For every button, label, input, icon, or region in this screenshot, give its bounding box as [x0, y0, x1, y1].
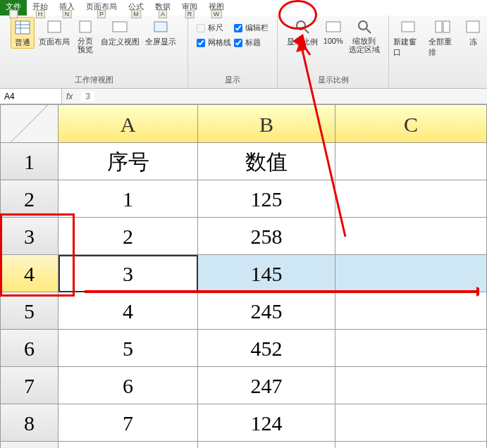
col-header-C[interactable]: C — [335, 104, 487, 143]
col-header-A[interactable]: A — [58, 104, 198, 143]
cell[interactable]: 3 — [58, 255, 198, 292]
svg-rect-7 — [154, 22, 167, 32]
tab-pagelayout[interactable]: 页面布局P — [80, 0, 123, 15]
svg-line-9 — [304, 29, 309, 33]
cell[interactable] — [335, 330, 487, 367]
table-row: 87124 — [0, 404, 487, 442]
pagebreak-icon — [75, 18, 95, 35]
cell[interactable]: 452 — [198, 442, 335, 448]
cell[interactable] — [335, 367, 487, 404]
btn-zoom-100[interactable]: 100% — [322, 17, 345, 45]
cell[interactable] — [335, 255, 487, 292]
row-header[interactable]: 4 — [0, 255, 58, 292]
svg-rect-13 — [402, 22, 414, 32]
svg-rect-10 — [326, 22, 340, 32]
formula-value[interactable]: 3 — [81, 92, 94, 101]
tab-home[interactable]: 开始H — [27, 0, 54, 15]
group-workbook-views: 工作簿视图 — [75, 73, 113, 88]
tab-view[interactable]: 视图W — [203, 0, 230, 15]
svg-rect-15 — [443, 21, 450, 32]
normal-view-icon — [13, 19, 32, 36]
table-row: 76247 — [0, 367, 487, 404]
tab-formulas[interactable]: 公式M — [123, 0, 149, 15]
btn-zoom[interactable]: 显示比例 — [285, 17, 319, 47]
cell[interactable]: 4 — [58, 292, 198, 330]
cell[interactable]: 序号 — [58, 143, 198, 180]
row-header[interactable]: 8 — [0, 404, 58, 442]
cell[interactable] — [335, 143, 487, 180]
btn-zoom-selection[interactable]: 缩放到 选定区域 — [347, 17, 381, 54]
arrange-all-icon — [433, 18, 452, 35]
cell[interactable] — [335, 180, 487, 218]
tab-file[interactable]: 文件F — [0, 0, 27, 15]
cell[interactable]: 247 — [198, 367, 335, 404]
btn-pagelayout-view[interactable]: 页面布局 — [37, 17, 71, 47]
row-header[interactable]: 3 — [0, 218, 58, 255]
formula-bar: A4 fx 3 — [0, 89, 487, 104]
btn-custom-view[interactable]: 自定义视图 — [99, 17, 141, 47]
btn-arrange-all[interactable]: 全部重排 — [427, 17, 459, 58]
fullscreen-icon — [151, 18, 171, 35]
zoom-icon — [292, 18, 312, 35]
zoom-selection-icon — [355, 18, 374, 35]
cell[interactable]: 124 — [198, 404, 335, 442]
chk-gridlines[interactable]: 网格线 — [197, 37, 231, 48]
chk-ruler[interactable]: 标尺 — [197, 23, 231, 33]
btn-normal-view[interactable]: 普通 — [11, 17, 35, 49]
row-header[interactable]: 5 — [0, 292, 58, 330]
row-header[interactable]: 9 — [0, 442, 58, 448]
row-header[interactable]: 1 — [0, 143, 58, 180]
cell[interactable] — [335, 292, 487, 330]
cell[interactable]: 5 — [58, 330, 198, 367]
svg-rect-5 — [80, 21, 91, 32]
btn-fullscreen[interactable]: 全屏显示 — [144, 17, 178, 47]
cell[interactable]: 数值 — [198, 143, 335, 180]
btn-freeze[interactable]: 冻 — [462, 17, 484, 47]
cell[interactable]: 8 — [58, 442, 198, 448]
svg-rect-6 — [113, 22, 127, 32]
cell[interactable] — [335, 404, 487, 442]
row-header[interactable]: 2 — [0, 180, 58, 218]
pagelayout-icon — [44, 18, 64, 35]
cell[interactable]: 6 — [58, 367, 198, 404]
cell[interactable]: 145 — [198, 255, 335, 292]
svg-line-12 — [366, 29, 371, 33]
cell[interactable]: 1 — [58, 180, 198, 218]
btn-pagebreak-view[interactable]: 分页 预览 — [74, 17, 97, 54]
table-row: 65452 — [0, 330, 487, 367]
row-header[interactable]: 7 — [0, 367, 58, 404]
tab-review[interactable]: 审阅R — [176, 0, 203, 15]
col-header-B[interactable]: B — [198, 104, 335, 143]
btn-new-window[interactable]: 新建窗口 — [392, 17, 424, 58]
svg-point-8 — [297, 21, 305, 30]
name-box[interactable]: A4 — [0, 89, 62, 104]
table-row: 32258 — [0, 218, 487, 255]
cell[interactable] — [335, 218, 487, 255]
svg-rect-4 — [48, 21, 61, 32]
svg-point-11 — [359, 21, 367, 30]
chk-headings[interactable]: 标题 — [234, 37, 269, 48]
chk-formulabar[interactable]: 编辑栏 — [234, 23, 269, 33]
cell[interactable]: 7 — [58, 404, 198, 442]
table-row: 98452 — [0, 442, 487, 448]
freeze-icon — [463, 18, 483, 35]
cell[interactable]: 452 — [198, 330, 335, 367]
svg-rect-14 — [436, 21, 442, 32]
cell[interactable]: 258 — [198, 218, 335, 255]
custom-view-icon — [110, 18, 130, 35]
ribbon: 普通 页面布局 分页 预览 自定义视图 全屏显示 工作簿视图 标尺 — [0, 15, 487, 89]
cell[interactable]: 2 — [58, 218, 198, 255]
cell[interactable]: 245 — [198, 292, 335, 330]
spreadsheet-grid: A B C 1序号数值21125322584314554245654527624… — [0, 104, 487, 448]
select-all-corner[interactable] — [0, 104, 58, 143]
cell[interactable]: 125 — [198, 180, 335, 218]
tab-data[interactable]: 数据A — [149, 0, 176, 15]
table-row: 43145 — [0, 255, 487, 292]
svg-rect-0 — [16, 21, 30, 34]
svg-rect-16 — [467, 21, 479, 32]
new-window-icon — [398, 18, 418, 35]
tab-insert[interactable]: 插入N — [54, 0, 80, 15]
cell[interactable] — [335, 442, 487, 448]
row-header[interactable]: 6 — [0, 330, 58, 367]
fx-icon[interactable]: fx — [66, 92, 73, 101]
